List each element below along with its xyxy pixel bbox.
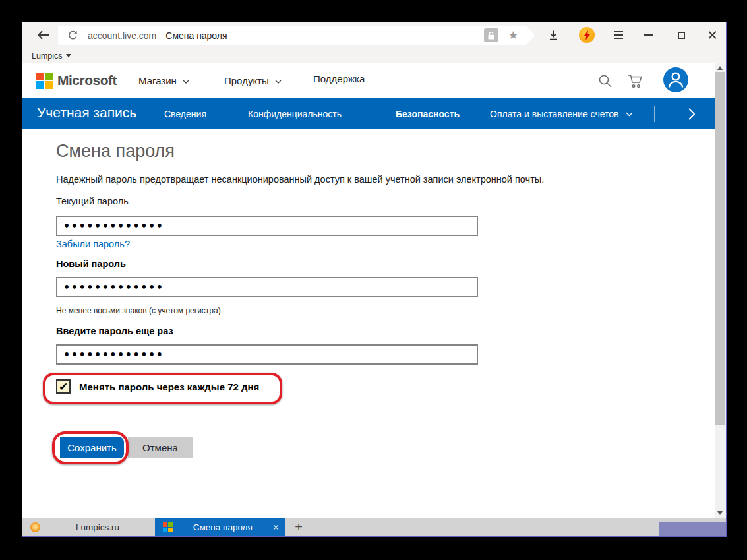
desktop-background: account.live.com Смена пароля ★ [0,0,747,560]
lumpics-favicon-icon [30,522,40,532]
forgot-password-link[interactable]: Забыли пароль? [56,239,130,249]
url-page-title: Смена пароля [165,30,227,41]
url-domain[interactable]: account.live.com [88,30,156,41]
page-scrollbar[interactable] [715,63,726,518]
bookmarks-folder[interactable]: Lumpics [32,51,71,61]
new-password-label: Новый пароль [56,259,126,269]
protect-shield-icon[interactable] [579,27,595,43]
microsoft-header: Microsoft Магазин Продукты Поддержка [22,63,726,98]
header-menu-products-label: Продукты [224,75,269,86]
retype-password-label: Введите пароль еще раз [56,326,173,336]
header-menu-store-label: Магазин [138,75,177,86]
header-menu-products[interactable]: Продукты [224,75,282,86]
cart-icon[interactable] [628,73,645,90]
scrollbar-thumb[interactable] [715,72,725,425]
intro-text: Надежный пароль предотвращает несанкцион… [56,174,544,185]
lock-icon[interactable] [484,28,498,42]
account-navbar: Учетная запись Сведения Конфиденциальнос… [22,98,715,129]
header-menu-store[interactable]: Магазин [138,75,189,86]
page-viewport: Microsoft Магазин Продукты Поддержка [22,63,726,518]
browser-toolbar: account.live.com Смена пароля ★ [22,22,726,48]
checkbox-label: Менять пароль через каждые 72 дня [79,381,259,392]
chevron-right-icon [688,108,696,121]
header-menu-support-label: Поддержка [313,73,365,84]
page-title: Смена пароля [56,141,175,162]
scroll-up-arrow-icon[interactable] [717,66,723,70]
microsoft-logo-icon[interactable] [36,73,53,89]
retype-password-input[interactable] [56,344,478,365]
close-window-button[interactable] [705,28,719,42]
nav-scroll-right-button[interactable] [672,98,711,129]
tab-lumpics[interactable]: Lumpics.ru [22,518,155,536]
nav-item-security[interactable]: Безопасность [396,109,460,119]
browser-menu-icon[interactable] [611,28,626,42]
nav-item-details[interactable]: Сведения [164,109,206,119]
current-password-input[interactable] [56,216,478,236]
new-tab-button[interactable]: + [289,518,309,536]
change-password-form: Смена пароля Надежный пароль предотвраща… [22,129,715,518]
back-button[interactable] [36,29,50,41]
chevron-down-icon [275,80,282,84]
checkbox-checked[interactable]: ✔ [56,379,71,394]
minimize-button[interactable] [641,28,655,42]
tab-password-change-active[interactable]: Смена пароля × [155,518,285,536]
download-icon[interactable] [546,28,560,42]
scroll-down-arrow-icon[interactable] [717,511,723,515]
cancel-button[interactable]: Отмена [128,437,193,458]
bookmarks-folder-label: Lumpics [32,51,63,61]
nav-brand[interactable]: Учетная запись [37,105,136,121]
bookmark-star-icon[interactable]: ★ [508,27,518,44]
rotate-password-checkbox-row[interactable]: ✔ Менять пароль через каждые 72 дня [56,379,259,394]
new-password-input[interactable] [56,277,478,297]
tab-password-change-title: Смена пароля [173,522,273,532]
chevron-down-icon [66,54,71,57]
nav-item-privacy[interactable]: Конфиденциальность [248,109,342,119]
purple-overlay-block [659,522,726,536]
reload-icon[interactable] [67,30,78,41]
tab-strip: Lumpics.ru Смена пароля × + [22,518,726,536]
chevron-down-icon [626,112,633,117]
address-bar[interactable]: account.live.com Смена пароля ★ [58,26,535,45]
browser-window: account.live.com Смена пароля ★ [22,22,727,537]
microsoft-logo-text[interactable]: Microsoft [57,73,117,88]
tab-lumpics-title: Lumpics.ru [40,522,155,532]
password-hint: Не менее восьми знаков (с учетом регистр… [56,306,221,315]
close-tab-icon[interactable]: × [273,523,279,532]
current-password-label: Текущий пароль [56,196,129,206]
nav-item-billing[interactable]: Оплата и выставление счетов [490,109,633,119]
maximize-button[interactable] [674,28,688,42]
account-avatar[interactable] [663,67,688,92]
header-menu-support[interactable]: Поддержка [313,73,365,84]
nav-separator [654,106,655,122]
bookmarks-bar: Lumpics [22,48,726,63]
chevron-down-icon [183,80,189,84]
save-button[interactable]: Сохранить [60,437,124,458]
search-icon[interactable] [597,73,614,90]
microsoft-favicon-icon [163,522,173,532]
nav-item-billing-label: Оплата и выставление счетов [490,109,619,119]
